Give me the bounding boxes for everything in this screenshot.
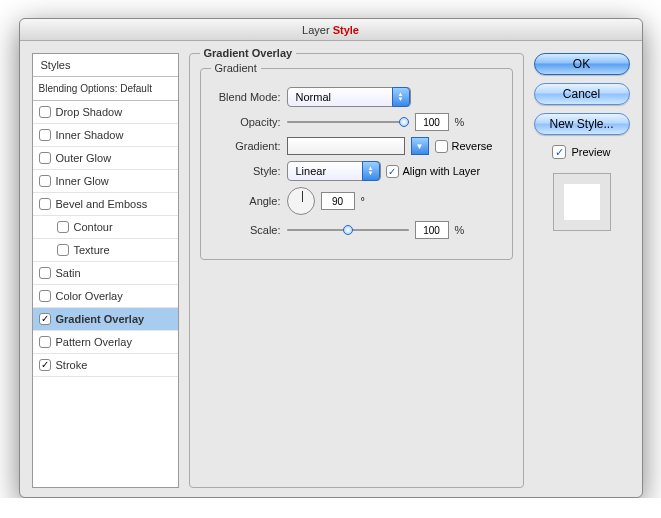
percent-label: % — [455, 116, 465, 128]
right-button-panel: OK Cancel New Style... Preview — [534, 53, 630, 488]
preview-checkbox-group[interactable]: Preview — [534, 145, 630, 159]
style-label: Texture — [74, 244, 110, 256]
style-item-inner-shadow[interactable]: Inner Shadow — [33, 124, 178, 147]
style-label: Color Overlay — [56, 290, 123, 302]
style-item-stroke[interactable]: Stroke — [33, 354, 178, 377]
style-label: Contour — [74, 221, 113, 233]
style-item-satin[interactable]: Satin — [33, 262, 178, 285]
preview-checkbox[interactable] — [552, 145, 566, 159]
style-label: Bevel and Emboss — [56, 198, 148, 210]
style-item-texture[interactable]: Texture — [33, 239, 178, 262]
styles-panel: Styles Blending Options: Default Drop Sh… — [32, 53, 179, 488]
style-select[interactable]: Linear — [287, 161, 381, 181]
opacity-slider[interactable] — [287, 115, 409, 129]
style-item-inner-glow[interactable]: Inner Glow — [33, 170, 178, 193]
checkbox-inner-glow[interactable] — [39, 175, 51, 187]
degree-label: ° — [361, 195, 365, 207]
checkbox-satin[interactable] — [39, 267, 51, 279]
gradient-legend: Gradient — [211, 62, 261, 74]
style-item-bevel-emboss[interactable]: Bevel and Emboss — [33, 193, 178, 216]
style-item-gradient-overlay[interactable]: Gradient Overlay — [33, 308, 178, 331]
angle-input[interactable] — [321, 192, 355, 210]
checkbox-texture[interactable] — [57, 244, 69, 256]
opacity-label: Opacity: — [211, 116, 281, 128]
styles-header[interactable]: Styles — [33, 54, 178, 77]
reverse-label: Reverse — [452, 140, 493, 152]
scale-slider[interactable] — [287, 223, 409, 237]
scale-input[interactable] — [415, 221, 449, 239]
reverse-checkbox-group[interactable]: Reverse — [435, 140, 493, 153]
align-label: Align with Layer — [403, 165, 481, 177]
checkbox-contour[interactable] — [57, 221, 69, 233]
style-label: Stroke — [56, 359, 88, 371]
preview-swatch — [553, 173, 611, 231]
checkbox-drop-shadow[interactable] — [39, 106, 51, 118]
style-label: Inner Shadow — [56, 129, 124, 141]
angle-label: Angle: — [211, 195, 281, 207]
style-item-color-overlay[interactable]: Color Overlay — [33, 285, 178, 308]
title-text-1: Layer — [302, 24, 333, 36]
title-text-2: Style — [333, 24, 359, 36]
titlebar: Layer Style — [20, 19, 642, 41]
dialog-content: Styles Blending Options: Default Drop Sh… — [20, 41, 642, 498]
style-item-outer-glow[interactable]: Outer Glow — [33, 147, 178, 170]
percent-label: % — [455, 224, 465, 236]
style-label: Inner Glow — [56, 175, 109, 187]
layer-style-dialog: Layer Style Styles Blending Options: Def… — [19, 18, 643, 498]
blending-options-row[interactable]: Blending Options: Default — [33, 77, 178, 101]
reverse-checkbox[interactable] — [435, 140, 448, 153]
checkbox-bevel-emboss[interactable] — [39, 198, 51, 210]
style-item-contour[interactable]: Contour — [33, 216, 178, 239]
gradient-overlay-panel: Gradient Overlay Gradient Blend Mode: No… — [189, 53, 524, 488]
ok-button[interactable]: OK — [534, 53, 630, 75]
checkbox-color-overlay[interactable] — [39, 290, 51, 302]
style-label: Outer Glow — [56, 152, 112, 164]
gradient-label: Gradient: — [211, 140, 281, 152]
style-label: Style: — [211, 165, 281, 177]
style-item-pattern-overlay[interactable]: Pattern Overlay — [33, 331, 178, 354]
checkbox-outer-glow[interactable] — [39, 152, 51, 164]
blend-mode-label: Blend Mode: — [211, 91, 281, 103]
cancel-button[interactable]: Cancel — [534, 83, 630, 105]
angle-dial[interactable] — [287, 187, 315, 215]
checkbox-stroke[interactable] — [39, 359, 51, 371]
main-legend: Gradient Overlay — [200, 47, 297, 59]
preview-swatch-inner — [564, 184, 600, 220]
gradient-group: Gradient Blend Mode: Normal ▲▼ Opacity: — [200, 68, 513, 260]
gradient-dropdown-icon[interactable]: ▼ — [411, 137, 429, 155]
style-label: Satin — [56, 267, 81, 279]
scale-label: Scale: — [211, 224, 281, 236]
style-label: Gradient Overlay — [56, 313, 145, 325]
align-checkbox[interactable] — [386, 165, 399, 178]
checkbox-pattern-overlay[interactable] — [39, 336, 51, 348]
style-label: Drop Shadow — [56, 106, 123, 118]
align-checkbox-group[interactable]: Align with Layer — [386, 165, 481, 178]
preview-label: Preview — [571, 146, 610, 158]
new-style-button[interactable]: New Style... — [534, 113, 630, 135]
checkbox-gradient-overlay[interactable] — [39, 313, 51, 325]
style-item-drop-shadow[interactable]: Drop Shadow — [33, 101, 178, 124]
gradient-preview[interactable] — [287, 137, 405, 155]
blend-mode-select[interactable]: Normal — [287, 87, 411, 107]
checkbox-inner-shadow[interactable] — [39, 129, 51, 141]
opacity-input[interactable] — [415, 113, 449, 131]
style-label: Pattern Overlay — [56, 336, 132, 348]
